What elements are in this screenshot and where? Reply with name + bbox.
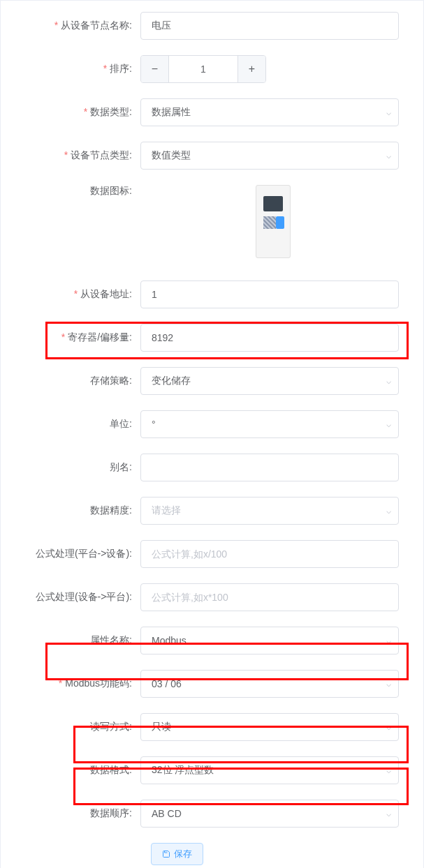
input-register[interactable]: [140, 324, 399, 352]
chevron-down-icon: ⌵: [386, 679, 391, 689]
select-rw-mode[interactable]: 只读 ⌵: [140, 713, 399, 741]
select-value: 03 / 06: [152, 678, 182, 689]
select-precision[interactable]: 请选择 ⌵: [140, 497, 399, 525]
select-storage[interactable]: 变化储存 ⌵: [140, 367, 399, 395]
label-func-code: Modbus功能码:: [15, 678, 140, 690]
label-device-addr: 从设备地址:: [15, 288, 140, 301]
label-sort: 排序:: [15, 63, 140, 75]
select-value: °: [152, 419, 156, 430]
stepper-increment[interactable]: +: [237, 56, 265, 82]
select-value: Modbus: [152, 635, 187, 646]
label-storage: 存储策略:: [15, 375, 140, 387]
select-attr-name[interactable]: Modbus ⌵: [140, 627, 399, 654]
select-node-type[interactable]: 数值类型 ⌵: [140, 142, 399, 170]
input-node-name[interactable]: [140, 12, 399, 40]
input-formula-d2p[interactable]: [140, 583, 399, 611]
label-data-type: 数据类型:: [15, 106, 140, 119]
label-alias: 别名:: [15, 461, 140, 474]
select-value: 数值类型: [152, 149, 191, 162]
select-value: 变化储存: [152, 375, 191, 387]
chevron-down-icon: ⌵: [386, 636, 391, 645]
input-device-addr[interactable]: [140, 280, 399, 308]
chevron-down-icon: ⌵: [386, 809, 391, 818]
select-data-order[interactable]: AB CD ⌵: [140, 800, 399, 828]
label-register: 寄存器/偏移量:: [15, 331, 140, 344]
stepper-sort[interactable]: − +: [140, 55, 266, 83]
label-data-format: 数据格式:: [15, 764, 140, 777]
save-icon: [162, 850, 170, 858]
select-data-type[interactable]: 数据属性 ⌵: [140, 98, 399, 126]
select-data-format[interactable]: 32位 浮点型数 ⌵: [140, 756, 399, 784]
chevron-down-icon: ⌵: [386, 722, 391, 732]
label-node-type: 设备节点类型:: [15, 149, 140, 162]
save-label: 保存: [174, 848, 192, 860]
label-formula-d2p: 公式处理(设备->平台):: [15, 591, 140, 604]
chevron-down-icon: ⌵: [386, 506, 391, 516]
select-value: 32位 浮点型数: [152, 764, 214, 777]
chevron-down-icon: ⌵: [386, 376, 391, 386]
label-data-order: 数据顺序:: [15, 807, 140, 820]
select-value: 数据属性: [152, 106, 191, 119]
select-placeholder: 请选择: [152, 504, 181, 517]
label-precision: 数据精度:: [15, 504, 140, 517]
label-unit: 单位:: [15, 418, 140, 431]
label-node-name: 从设备节点名称:: [15, 20, 140, 32]
label-data-icon: 数据图标:: [15, 185, 140, 197]
chevron-down-icon: ⌵: [386, 107, 391, 117]
label-rw-mode: 读写方式:: [15, 721, 140, 733]
chevron-down-icon: ⌵: [386, 419, 391, 429]
label-formula-p2d: 公式处理(平台->设备):: [15, 548, 140, 560]
select-unit[interactable]: ° ⌵: [140, 410, 399, 438]
stepper-input[interactable]: [169, 56, 237, 82]
select-func-code[interactable]: 03 / 06 ⌵: [140, 670, 399, 698]
device-icon-image[interactable]: [256, 185, 291, 258]
input-alias[interactable]: [140, 454, 399, 481]
label-attr-name: 属性名称:: [15, 634, 140, 647]
chevron-down-icon: ⌵: [386, 765, 391, 775]
chevron-down-icon: ⌵: [386, 151, 391, 160]
input-formula-p2d[interactable]: [140, 540, 399, 568]
save-button[interactable]: 保存: [151, 843, 203, 865]
select-value: AB CD: [152, 808, 182, 819]
select-value: 只读: [152, 721, 171, 733]
stepper-decrement[interactable]: −: [141, 56, 169, 82]
